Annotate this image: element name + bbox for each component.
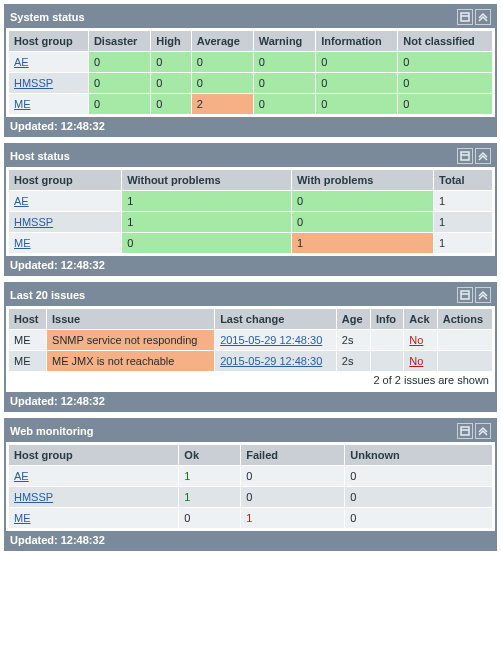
widget-title: Last 20 issues bbox=[10, 289, 457, 301]
cell: AE bbox=[9, 52, 88, 72]
menu-icon[interactable] bbox=[457, 423, 473, 439]
cell: 1 bbox=[122, 212, 291, 232]
cell: 0 bbox=[292, 191, 433, 211]
widget-host-status: Host status Host groupWithout problemsWi… bbox=[4, 143, 497, 276]
cell: 0 bbox=[89, 94, 150, 114]
cell: 1 bbox=[241, 508, 344, 528]
cell: 0 bbox=[241, 466, 344, 486]
widget-controls bbox=[457, 148, 491, 164]
cell: 0 bbox=[179, 508, 240, 528]
column-header: Host group bbox=[9, 170, 121, 190]
link[interactable]: ME bbox=[14, 98, 31, 110]
collapse-icon[interactable] bbox=[475, 287, 491, 303]
table-row: ME011 bbox=[9, 233, 492, 253]
widget-footer: Updated: 12:48:32 bbox=[6, 256, 495, 274]
issues-count-note: 2 of 2 issues are shown bbox=[8, 372, 493, 390]
cell: 0 bbox=[151, 94, 191, 114]
svg-rect-4 bbox=[461, 291, 469, 299]
table-row: MEME JMX is not reachable2015-05-29 12:4… bbox=[9, 351, 492, 371]
cell: 0 bbox=[254, 73, 316, 93]
widget-web-monitoring: Web monitoring Host groupOkFailedUnknown… bbox=[4, 418, 497, 551]
link[interactable]: ME bbox=[14, 237, 31, 249]
column-header: Info bbox=[371, 309, 403, 329]
widget-header: Host status bbox=[6, 145, 495, 167]
cell: 1 bbox=[434, 212, 492, 232]
cell: ME JMX is not reachable bbox=[47, 351, 214, 371]
menu-icon[interactable] bbox=[457, 9, 473, 25]
cell: 1 bbox=[292, 233, 433, 253]
cell: 0 bbox=[89, 52, 150, 72]
widget-controls bbox=[457, 423, 491, 439]
link[interactable]: No bbox=[409, 334, 423, 346]
cell: 0 bbox=[398, 94, 492, 114]
collapse-icon[interactable] bbox=[475, 423, 491, 439]
widget-title: Host status bbox=[10, 150, 457, 162]
widget-footer: Updated: 12:48:32 bbox=[6, 117, 495, 135]
widget-header: Last 20 issues bbox=[6, 284, 495, 306]
cell: 0 bbox=[345, 487, 492, 507]
last-issues-table: HostIssueLast changeAgeInfoAckActions ME… bbox=[8, 308, 493, 372]
cell: 1 bbox=[434, 233, 492, 253]
widget-controls bbox=[457, 287, 491, 303]
cell: ME bbox=[9, 330, 46, 350]
table-row: HMSSP101 bbox=[9, 212, 492, 232]
column-header: Actions bbox=[438, 309, 492, 329]
link[interactable]: HMSSP bbox=[14, 216, 53, 228]
link[interactable]: HMSSP bbox=[14, 77, 53, 89]
cell bbox=[371, 351, 403, 371]
cell: 0 bbox=[345, 508, 492, 528]
cell: SNMP service not responding bbox=[47, 330, 214, 350]
cell: No bbox=[404, 330, 436, 350]
table-row: AE000000 bbox=[9, 52, 492, 72]
cell: 0 bbox=[316, 52, 397, 72]
cell: 0 bbox=[254, 52, 316, 72]
menu-icon[interactable] bbox=[457, 287, 473, 303]
collapse-icon[interactable] bbox=[475, 9, 491, 25]
cell: 0 bbox=[192, 52, 253, 72]
widget-footer: Updated: 12:48:32 bbox=[6, 531, 495, 549]
collapse-icon[interactable] bbox=[475, 148, 491, 164]
link[interactable]: 2015-05-29 12:48:30 bbox=[220, 334, 322, 346]
column-header: Host group bbox=[9, 31, 88, 51]
cell: 1 bbox=[179, 487, 240, 507]
column-header: Ok bbox=[179, 445, 240, 465]
web-monitoring-table: Host groupOkFailedUnknown AE100HMSSP100M… bbox=[8, 444, 493, 529]
column-header: Information bbox=[316, 31, 397, 51]
column-header: Not classified bbox=[398, 31, 492, 51]
widget-system-status: System status Host groupDisasterHighAver… bbox=[4, 4, 497, 137]
host-status-table: Host groupWithout problemsWith problemsT… bbox=[8, 169, 493, 254]
cell: HMSSP bbox=[9, 212, 121, 232]
link[interactable]: ME bbox=[14, 512, 31, 524]
cell: 0 bbox=[151, 73, 191, 93]
link[interactable]: HMSSP bbox=[14, 491, 53, 503]
cell: 0 bbox=[122, 233, 291, 253]
cell: AE bbox=[9, 466, 178, 486]
link[interactable]: AE bbox=[14, 470, 29, 482]
cell: 2015-05-29 12:48:30 bbox=[215, 330, 336, 350]
cell: 0 bbox=[398, 52, 492, 72]
svg-rect-6 bbox=[461, 427, 469, 435]
column-header: With problems bbox=[292, 170, 433, 190]
cell: ME bbox=[9, 351, 46, 371]
link[interactable]: 2015-05-29 12:48:30 bbox=[220, 355, 322, 367]
widget-body: HostIssueLast changeAgeInfoAckActions ME… bbox=[6, 306, 495, 392]
cell: HMSSP bbox=[9, 487, 178, 507]
column-header: Host group bbox=[9, 445, 178, 465]
link[interactable]: AE bbox=[14, 56, 29, 68]
link[interactable]: AE bbox=[14, 195, 29, 207]
link[interactable]: No bbox=[409, 355, 423, 367]
table-row: AE101 bbox=[9, 191, 492, 211]
widget-header: Web monitoring bbox=[6, 420, 495, 442]
table-row: HMSSP100 bbox=[9, 487, 492, 507]
menu-icon[interactable] bbox=[457, 148, 473, 164]
column-header: Warning bbox=[254, 31, 316, 51]
column-header: Ack bbox=[404, 309, 436, 329]
cell: 0 bbox=[398, 73, 492, 93]
cell: 0 bbox=[241, 487, 344, 507]
cell: 1 bbox=[122, 191, 291, 211]
system-status-table: Host groupDisasterHighAverageWarningInfo… bbox=[8, 30, 493, 115]
cell: 2 bbox=[192, 94, 253, 114]
table-row: MESNMP service not responding2015-05-29 … bbox=[9, 330, 492, 350]
cell: 0 bbox=[316, 73, 397, 93]
column-header: Disaster bbox=[89, 31, 150, 51]
